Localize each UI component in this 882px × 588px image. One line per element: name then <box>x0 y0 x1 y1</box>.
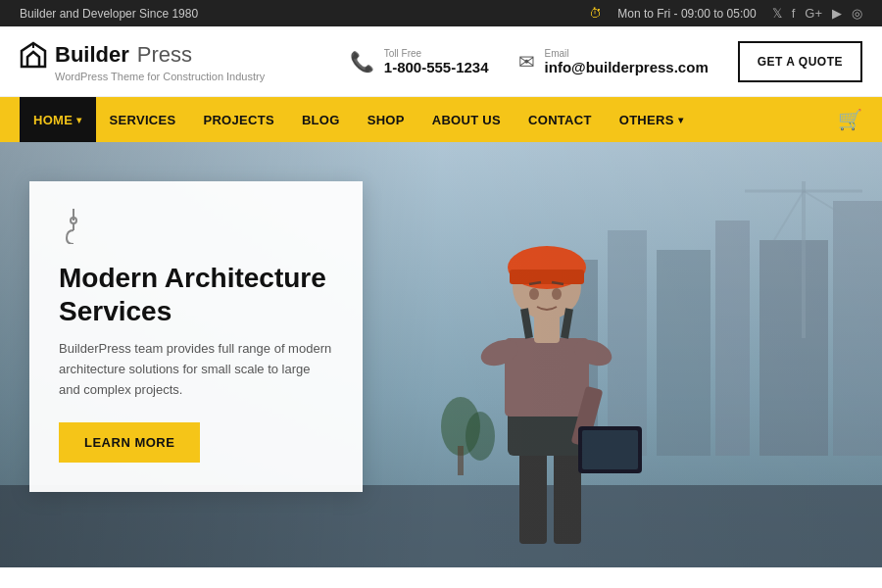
nav-shop[interactable]: SHOP <box>354 97 418 142</box>
gplus-icon[interactable]: G+ <box>805 6 822 21</box>
top-bar-right: ⏱ Mon to Fri - 09:00 to 05:00 𝕏 f G+ ▶ ◎ <box>589 6 862 21</box>
builder-tagline: Builder and Developer Since 1980 <box>20 7 198 21</box>
instagram-icon[interactable]: ◎ <box>852 6 862 21</box>
facebook-icon[interactable]: f <box>792 6 796 21</box>
phone-label: Toll Free <box>384 48 489 59</box>
social-links: 𝕏 f G+ ▶ ◎ <box>772 6 862 21</box>
logo[interactable]: BuilderPress <box>20 41 265 69</box>
twitter-icon[interactable]: 𝕏 <box>772 6 782 21</box>
logo-subtitle: WordPress Theme for Construction Industr… <box>55 71 265 82</box>
get-quote-button[interactable]: GET A QUOTE <box>738 41 862 82</box>
others-arrow: ▾ <box>678 115 683 125</box>
nav-projects[interactable]: PROJECTS <box>189 97 287 142</box>
nav-blog[interactable]: BLOG <box>288 97 354 142</box>
hook-icon <box>59 209 88 244</box>
home-arrow: ▾ <box>76 115 81 125</box>
youtube-icon[interactable]: ▶ <box>832 6 842 21</box>
nav-services[interactable]: SERVICES <box>96 97 190 142</box>
logo-area: BuilderPress WordPress Theme for Constru… <box>20 41 265 82</box>
nav-home[interactable]: HOME ▾ <box>20 97 96 142</box>
logo-press: Press <box>137 42 192 68</box>
nav-contact[interactable]: CONTACT <box>514 97 606 142</box>
phone-value: 1-800-555-1234 <box>384 59 489 75</box>
learn-more-button[interactable]: LEARN MORE <box>59 422 200 463</box>
clock-icon: ⏱ <box>589 6 602 21</box>
top-bar: Builder and Developer Since 1980 ⏱ Mon t… <box>0 0 882 26</box>
logo-builder: Builder <box>55 42 129 68</box>
header-contact: 📞 Toll Free 1-800-555-1234 ✉ Email info@… <box>350 41 862 82</box>
main-nav: HOME ▾ SERVICES PROJECTS BLOG SHOP ABOUT… <box>0 97 882 142</box>
email-info: Email info@builderpress.com <box>545 48 709 75</box>
cart-icon[interactable]: 🛒 <box>838 108 862 131</box>
header: BuilderPress WordPress Theme for Constru… <box>0 26 882 97</box>
email-contact: ✉ Email info@builderpress.com <box>518 48 709 75</box>
schedule-text: Mon to Fri - 09:00 to 05:00 <box>617 7 756 21</box>
hero-title: Modern Architecture Services <box>59 262 333 327</box>
email-label: Email <box>545 48 709 59</box>
email-icon: ✉ <box>518 50 535 74</box>
phone-info: Toll Free 1-800-555-1234 <box>384 48 489 75</box>
hero-card-icon <box>59 209 333 250</box>
top-bar-tagline: Builder and Developer Since 1980 <box>20 7 198 21</box>
phone-icon: 📞 <box>350 50 374 74</box>
hero-card: Modern Architecture Services BuilderPres… <box>29 181 363 492</box>
nav-items: HOME ▾ SERVICES PROJECTS BLOG SHOP ABOUT… <box>20 97 697 142</box>
hero-description: BuilderPress team provides full range of… <box>59 339 333 400</box>
hero-section: Modern Architecture Services BuilderPres… <box>0 142 882 567</box>
nav-about[interactable]: ABOUT US <box>418 97 514 142</box>
email-value: info@builderpress.com <box>545 59 709 75</box>
logo-icon <box>20 41 47 69</box>
phone-contact: 📞 Toll Free 1-800-555-1234 <box>350 48 489 75</box>
nav-others[interactable]: OTHERS ▾ <box>606 97 697 142</box>
